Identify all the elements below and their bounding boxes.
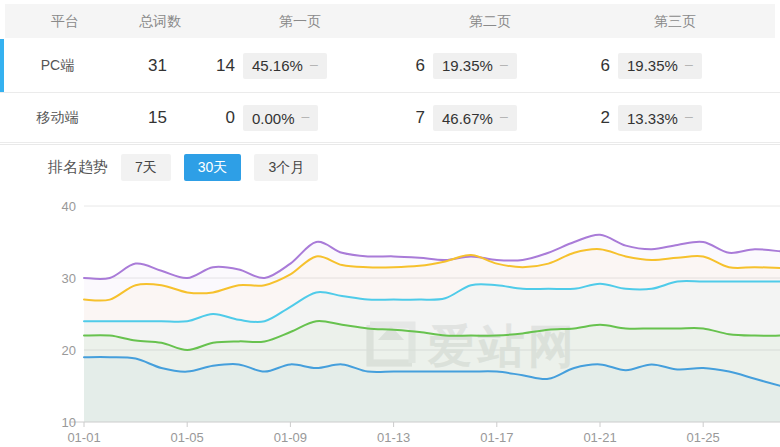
x-axis-tick-label: 01-21 [583,430,616,445]
page1-pct-value: 45.16% [252,57,303,74]
page2-pct-badge: 46.67% – [433,105,517,131]
rank-trend-svg: 爱站网 4030201001-0101-0501-0901-1301-1701-… [0,190,780,447]
col-header-total-words: 总词数 [110,4,210,38]
tab-3months[interactable]: 3个月 [254,154,318,181]
page3-pct-badge: 19.35% – [618,53,702,79]
keyword-rank-panel: 平台 总词数 第一页 第二页 第三页 PC端 31 14 45.16% – 6 … [0,0,780,447]
page1-pct-value: 0.00% [252,110,295,127]
platform-label: 移动端 [0,94,115,142]
page3-count: 2 [548,94,610,142]
x-axis-tick-label: 01-17 [480,430,513,445]
col-header-page3: 第三页 [625,4,725,38]
no-change-dash-icon: – [500,57,508,71]
table-row-mobile[interactable]: 移动端 15 0 0.00% – 7 46.67% – 2 13.33% – [0,94,780,143]
col-header-page1: 第一页 [250,4,350,38]
page3-pct-value: 19.35% [627,57,678,74]
page2-pct-badge: 19.35% – [433,53,517,79]
no-change-dash-icon: – [685,57,693,71]
rank-trend-chart[interactable]: 爱站网 4030201001-0101-0501-0901-1301-1701-… [0,190,780,447]
page3-pct-value: 13.33% [627,110,678,127]
page1-count: 0 [173,94,235,142]
x-axis-tick-label: 01-05 [171,430,204,445]
page2-count: 7 [363,94,425,142]
tab-7days[interactable]: 7天 [121,154,171,181]
no-change-dash-icon: – [500,109,508,123]
col-header-platform: 平台 [35,4,95,38]
page2-pct-value: 46.67% [442,110,493,127]
x-axis-tick-label: 01-13 [377,430,410,445]
col-header-page2: 第二页 [440,4,540,38]
page2-pct-value: 19.35% [442,57,493,74]
y-axis-tick-label: 30 [62,271,76,286]
y-axis-tick-label: 10 [62,415,76,430]
page3-pct-badge: 13.33% – [618,105,702,131]
page3-count: 6 [548,39,610,92]
page2-count: 6 [363,39,425,92]
x-axis-tick-label: 01-01 [67,430,100,445]
platform-label: PC端 [0,39,115,92]
x-axis-tick-label: 01-25 [687,430,720,445]
no-change-dash-icon: – [685,109,693,123]
y-axis-tick-label: 20 [62,343,76,358]
y-axis-tick-label: 40 [62,199,76,214]
trend-tab-bar: 排名趋势 7天 30天 3个月 [0,144,780,190]
no-change-dash-icon: – [302,109,310,123]
page1-pct-badge: 0.00% – [243,105,318,131]
page1-count: 14 [173,39,235,92]
no-change-dash-icon: – [310,57,318,71]
table-row-pc[interactable]: PC端 31 14 45.16% – 6 19.35% – 6 19.35% – [0,39,780,93]
x-axis-tick-label: 01-09 [274,430,307,445]
tab-30days[interactable]: 30天 [184,154,242,181]
table-header-row: 平台 总词数 第一页 第二页 第三页 [5,4,775,38]
trend-section-title: 排名趋势 [48,158,108,177]
page1-pct-badge: 45.16% – [243,53,327,79]
